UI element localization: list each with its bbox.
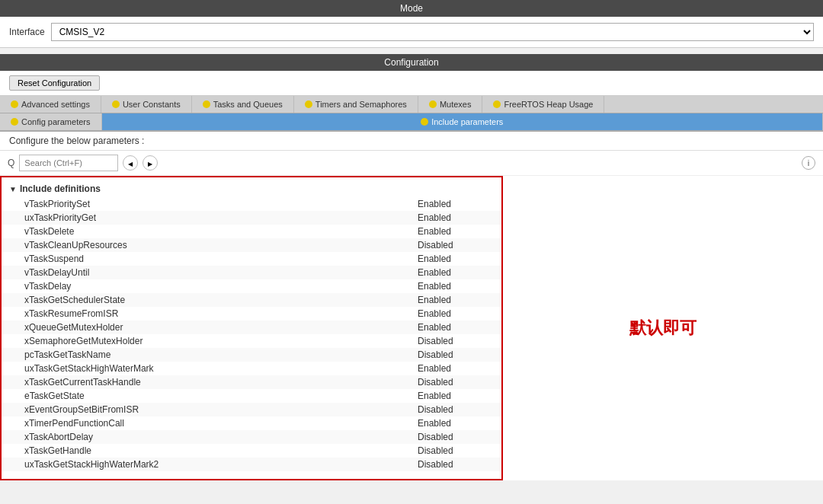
- tab-label-timers-semaphores: Timers and Semaphores: [315, 100, 407, 109]
- left-panel: ▼ Include definitions vTaskPrioritySet E…: [0, 176, 503, 480]
- table-row: vTaskDelayUntil Enabled: [2, 266, 501, 279]
- param-value[interactable]: Enabled: [418, 267, 494, 278]
- param-value[interactable]: Enabled: [418, 295, 494, 305]
- table-row: xTaskGetSchedulerState Enabled: [2, 293, 501, 307]
- tab-label-user-constants: User Constants: [123, 100, 181, 109]
- tabs-row-2: Config parameters Include parameters: [0, 113, 823, 132]
- param-value[interactable]: Disabled: [418, 240, 494, 250]
- reset-config-button[interactable]: Reset Configuration: [9, 75, 100, 91]
- tab-label-config-params: Config parameters: [21, 117, 91, 126]
- param-value[interactable]: Disabled: [418, 432, 494, 442]
- param-value[interactable]: Enabled: [418, 254, 494, 264]
- tab-label-include-params: Include parameters: [431, 117, 503, 126]
- section-header[interactable]: ▼ Include definitions: [2, 180, 501, 197]
- tab-dot-config-params: [11, 118, 18, 126]
- table-row: vTaskDelete Enabled: [2, 225, 501, 238]
- interface-row: Interface CMSIS_V2: [0, 17, 823, 48]
- param-name: xTimerPendFunctionCall: [24, 418, 418, 429]
- tab-label-tasks-queues: Tasks and Queues: [213, 100, 283, 109]
- search-input[interactable]: [19, 155, 118, 171]
- table-row: xTaskGetCurrentTaskHandle Disabled: [2, 375, 501, 389]
- param-name: xTaskGetCurrentTaskHandle: [24, 377, 418, 388]
- param-value[interactable]: Disabled: [418, 404, 494, 415]
- param-value[interactable]: Enabled: [418, 212, 494, 223]
- mode-label: Mode: [400, 3, 423, 14]
- tab-dot-timers-semaphores: [305, 100, 312, 108]
- info-icon[interactable]: i: [802, 156, 815, 170]
- table-row: vTaskPrioritySet Enabled: [2, 197, 501, 211]
- tab-dot-mutexes: [429, 100, 437, 108]
- interface-select[interactable]: CMSIS_V2: [51, 23, 814, 41]
- param-value[interactable]: Disabled: [418, 349, 494, 360]
- configure-label: Configure the below parameters :: [0, 132, 823, 151]
- param-name: uxTaskGetStackHighWaterMark2: [24, 459, 418, 470]
- param-value[interactable]: Enabled: [418, 322, 494, 333]
- table-row: xTaskResumeFromISR Enabled: [2, 307, 501, 321]
- table-row: uxTaskPriorityGet Enabled: [2, 211, 501, 225]
- configure-text: Configure the below parameters :: [9, 136, 144, 146]
- table-row: vTaskCleanUpResources Disabled: [2, 238, 501, 252]
- table-row: xTaskAbortDelay Disabled: [2, 430, 501, 444]
- param-name: xQueueGetMutexHolder: [24, 322, 418, 333]
- right-panel: 默认即可: [503, 176, 823, 480]
- param-value[interactable]: Enabled: [418, 418, 494, 429]
- table-row: uxTaskGetStackHighWaterMark Enabled: [2, 362, 501, 375]
- table-row: eTaskGetState Enabled: [2, 389, 501, 403]
- param-name: vTaskDelete: [24, 226, 418, 237]
- tab-freertos-heap[interactable]: FreeRTOS Heap Usage: [482, 96, 604, 113]
- chevron-left-icon: [128, 159, 133, 167]
- tabs-row-1: Advanced settings User Constants Tasks a…: [0, 96, 823, 113]
- param-value[interactable]: Enabled: [418, 281, 494, 292]
- search-row: Q i: [0, 151, 823, 176]
- table-row: xSemaphoreGetMutexHolder Disabled: [2, 334, 501, 348]
- reset-row: Reset Configuration: [0, 71, 823, 96]
- tab-label-advanced: Advanced settings: [21, 100, 90, 109]
- param-value[interactable]: Enabled: [418, 363, 494, 374]
- main-content: ▼ Include definitions vTaskPrioritySet E…: [0, 176, 823, 480]
- table-row: vTaskSuspend Enabled: [2, 252, 501, 266]
- tab-timers-semaphores[interactable]: Timers and Semaphores: [294, 96, 418, 113]
- param-name: xTaskGetHandle: [24, 445, 418, 456]
- param-name: eTaskGetState: [24, 391, 418, 401]
- tab-tasks-queues[interactable]: Tasks and Queues: [192, 96, 294, 113]
- section-label: Include definitions: [20, 183, 101, 194]
- tab-include-params[interactable]: Include parameters: [102, 113, 824, 130]
- param-value[interactable]: Disabled: [418, 336, 494, 346]
- tab-user-constants[interactable]: User Constants: [101, 96, 192, 113]
- param-value[interactable]: Disabled: [418, 459, 494, 470]
- param-name: xTaskGetSchedulerState: [24, 295, 418, 305]
- param-value[interactable]: Disabled: [418, 377, 494, 388]
- param-value[interactable]: Enabled: [418, 199, 494, 209]
- tab-label-freertos-heap: FreeRTOS Heap Usage: [504, 100, 593, 109]
- tab-dot-tasks-queues: [203, 100, 210, 108]
- next-button[interactable]: [143, 155, 158, 171]
- tab-config-params[interactable]: Config parameters: [0, 113, 102, 130]
- tab-dot-advanced: [11, 100, 18, 108]
- param-value[interactable]: Enabled: [418, 226, 494, 237]
- param-name: xTaskResumeFromISR: [24, 308, 418, 319]
- search-q-icon: Q: [8, 158, 14, 168]
- tab-mutexes[interactable]: Mutexes: [418, 96, 483, 113]
- table-row: xQueueGetMutexHolder Enabled: [2, 321, 501, 334]
- chevron-right-icon: [148, 159, 152, 167]
- table-row: xEventGroupSetBitFromISR Disabled: [2, 403, 501, 416]
- interface-label: Interface: [9, 27, 45, 37]
- table-row: xTaskGetHandle Disabled: [2, 444, 501, 458]
- param-name: xSemaphoreGetMutexHolder: [24, 336, 418, 346]
- param-value[interactable]: Enabled: [418, 391, 494, 401]
- param-value[interactable]: Disabled: [418, 445, 494, 456]
- param-value[interactable]: Enabled: [418, 308, 494, 319]
- param-name: vTaskDelayUntil: [24, 267, 418, 278]
- param-name: xEventGroupSetBitFromISR: [24, 404, 418, 415]
- tab-advanced-settings[interactable]: Advanced settings: [0, 96, 101, 113]
- table-row: pcTaskGetTaskName Disabled: [2, 348, 501, 362]
- table-row: uxTaskGetStackHighWaterMark2 Disabled: [2, 458, 501, 471]
- param-name: xTaskAbortDelay: [24, 432, 418, 442]
- config-label: Configuration: [384, 57, 438, 68]
- param-name: vTaskCleanUpResources: [24, 240, 418, 250]
- prev-button[interactable]: [123, 155, 138, 171]
- param-name: uxTaskPriorityGet: [24, 212, 418, 223]
- table-row: vTaskDelay Enabled: [2, 279, 501, 293]
- param-name: vTaskPrioritySet: [24, 199, 418, 209]
- param-name: vTaskDelay: [24, 281, 418, 292]
